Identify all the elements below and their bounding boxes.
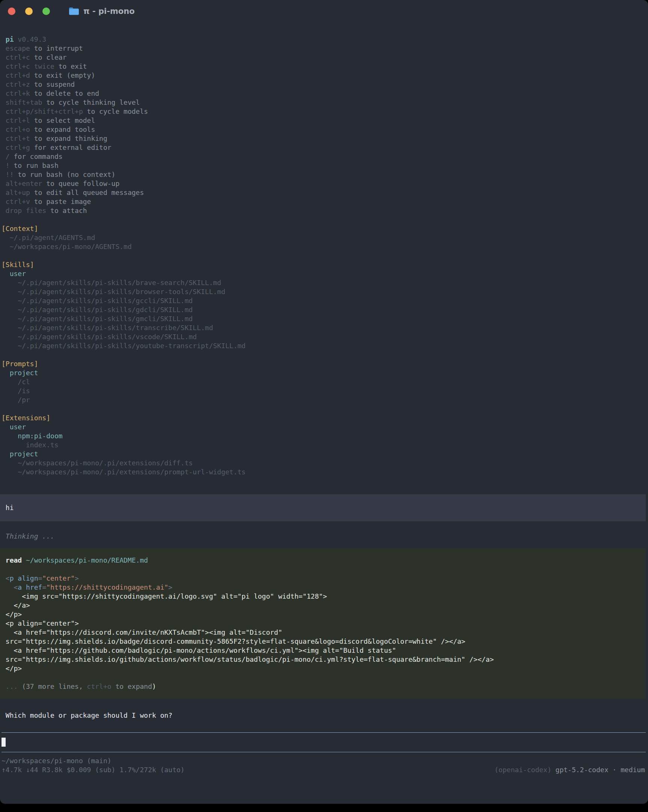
section-item: ~/.pi/agent/skills/pi-skills/gmcli/SKILL… [0, 314, 648, 324]
status-model-group: (openai-codex) [494, 766, 552, 774]
status-stats-row: ↑4.7k ↓44 R3.8k $0.009 (sub) 1.7%/272k (… [0, 765, 648, 774]
help-hint-line: ctrl+c to clear [0, 53, 648, 62]
section-item: ~/.pi/agent/skills/pi-skills/brave-searc… [0, 278, 648, 287]
section-header: [Context] [0, 224, 648, 233]
section-item: ~/.pi/agent/skills/pi-skills/vscode/SKIL… [0, 333, 648, 341]
status-cwd: ~/workspaces/pi-mono (main) [0, 756, 648, 765]
section-item: /is [0, 386, 648, 395]
section-header: [Prompts] [0, 359, 648, 368]
help-hint-line: !! to run bash (no context) [0, 170, 648, 179]
section-header: [Skills] [0, 260, 648, 269]
prompt-input[interactable] [2, 733, 646, 752]
help-hint-line: shift+tab to cycle thinking level [0, 98, 648, 107]
tool-output-code-line: <a href="https://discord.com/invite/nKXT… [0, 628, 646, 637]
section-item: ~/.pi/agent/skills/pi-skills/gccli/SKILL… [0, 296, 648, 305]
help-hint-line: ctrl+o to expand tools [0, 125, 648, 134]
user-message-text: hi [0, 503, 646, 512]
app-version-line: pi v0.49.3 [0, 35, 648, 44]
thinking-indicator: Thinking ... [0, 532, 648, 541]
tool-output-code-line: src="https://img.shields.io/badge/discor… [0, 637, 646, 646]
help-hint-line: ctrl+v to paste image [0, 197, 648, 206]
help-hint-line: escape to interrupt [0, 44, 648, 53]
text-cursor [2, 738, 6, 746]
help-hint-line: ctrl+k to delete to end [0, 89, 648, 98]
terminal-content: pi v0.49.3escape to interruptctrl+c to c… [0, 23, 648, 774]
blank-line [0, 565, 646, 574]
help-hint-line: ctrl+c twice to exit [0, 62, 648, 71]
tool-output-truncation: ... (37 more lines, ctrl+o to expand) [0, 682, 646, 691]
tool-output-code-line: <p align="center"> [0, 574, 646, 583]
help-hint-line: drop files to attach [0, 206, 648, 215]
help-hint-line: ctrl+d to exit (empty) [0, 71, 648, 80]
terminal-window: π - pi-mono pi v0.49.3escape to interrup… [0, 0, 648, 804]
section-item: ~/workspaces/pi-mono/.pi/extensions/prom… [0, 468, 648, 476]
prompt-input-line[interactable] [2, 738, 646, 746]
close-button[interactable] [8, 8, 15, 15]
section-item: user [0, 423, 648, 432]
section-item: ~/.pi/agent/skills/pi-skills/browser-too… [0, 287, 648, 296]
help-hint-line: ctrl+g for external editor [0, 143, 648, 152]
help-hint-line: ctrl+z to suspend [0, 80, 648, 89]
section-item: index.ts [0, 441, 648, 450]
status-model: (openai-codex) gpt-5.2-codex · medium [494, 765, 645, 774]
tool-call-block: read ~/workspaces/pi-mono/README.md<p al… [0, 548, 646, 699]
boot-block: pi v0.49.3escape to interruptctrl+c to c… [0, 35, 648, 476]
tool-output-code-line: </a> [0, 601, 646, 610]
status-token-stats: ↑4.7k ↓44 R3.8k $0.009 (sub) 1.7%/272k (… [2, 765, 185, 774]
help-hint-line: ctrl+l to select model [0, 116, 648, 125]
section-item: ~/.pi/agent/AGENTS.md [0, 233, 648, 242]
blank-line [0, 350, 648, 359]
zoom-button[interactable] [43, 8, 50, 15]
help-hint-line: ! to run bash [0, 161, 648, 170]
tool-output-code-line: </p> [0, 610, 646, 619]
section-item: user [0, 269, 648, 278]
tool-call-header: read ~/workspaces/pi-mono/README.md [0, 556, 646, 565]
blank-line [0, 673, 646, 682]
blank-line [0, 404, 648, 414]
section-item: /pr [0, 395, 648, 404]
help-hint-line: alt+enter to queue follow-up [0, 179, 648, 188]
section-item: npm:pi-doom [0, 432, 648, 441]
tool-output-code-line: <p align="center"> [0, 619, 646, 628]
section-item: ~/workspaces/pi-mono/.pi/extensions/diff… [0, 459, 648, 468]
section-item: ~/.pi/agent/skills/pi-skills/youtube-tra… [0, 341, 648, 350]
titlebar: π - pi-mono [0, 0, 648, 23]
help-hint-line: ctrl+t to expand thinking [0, 134, 648, 143]
section-item: ~/.pi/agent/skills/pi-skills/transcribe/… [0, 324, 648, 333]
window-title: π - pi-mono [83, 7, 135, 16]
user-message: hi [0, 494, 646, 521]
tool-output-code-line: </p> [0, 664, 646, 673]
help-hint-line: ctrl+p/shift+ctrl+p to cycle models [0, 107, 648, 116]
section-item: ~/.pi/agent/skills/pi-skills/gdcli/SKILL… [0, 305, 648, 314]
section-item: ~/workspaces/pi-mono/AGENTS.md [0, 242, 648, 251]
status-model-name: gpt-5.2-codex · medium [552, 766, 645, 774]
section-item: /cl [0, 377, 648, 386]
blank-line [0, 251, 648, 260]
section-header: [Extensions] [0, 414, 648, 423]
status-bar: ~/workspaces/pi-mono (main) ↑4.7k ↓44 R3… [0, 756, 648, 774]
tool-output-code-line: <img src="https://shittycodingagent.ai/l… [0, 592, 646, 601]
help-hint-line: alt+up to edit all queued messages [0, 188, 648, 197]
assistant-message-text: Which module or package should I work on… [0, 711, 648, 720]
folder-icon [69, 7, 79, 16]
tool-output-code-line: <a href="https://github.com/badlogic/pi-… [0, 646, 646, 655]
blank-line [0, 215, 648, 224]
minimize-button[interactable] [25, 8, 33, 15]
section-item: project [0, 368, 648, 377]
tool-output-code-line: <a href="https://shittycodingagent.ai"> [0, 583, 646, 592]
section-item: project [0, 450, 648, 459]
tool-output-code-line: src="https://img.shields.io/github/actio… [0, 655, 646, 664]
help-hint-line: / for commands [0, 152, 648, 161]
